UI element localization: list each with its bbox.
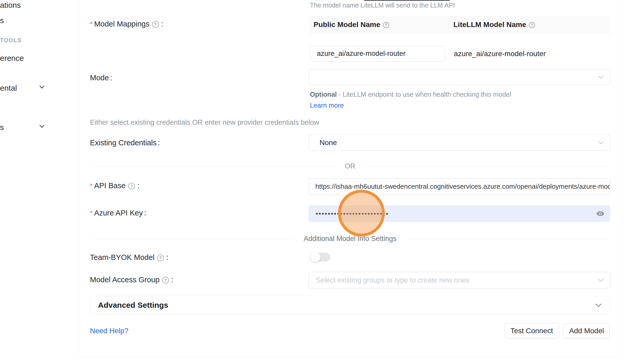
api-base-value: https://ishaa-mh6uutut-swedencentral.cog… <box>315 182 610 191</box>
help-icon[interactable]: ? <box>162 277 169 284</box>
model-name-hint: The model name LiteLLM will send to the … <box>310 2 455 9</box>
sidebar-item[interactable]: ations <box>0 1 21 10</box>
cropped-element-fragment <box>364 0 450 1</box>
advanced-settings-label: Advanced Settings <box>90 301 168 310</box>
team-byok-label: Team-BYOK Model?: <box>90 253 168 262</box>
team-byok-toggle[interactable] <box>311 253 330 261</box>
model-mappings-label: *Model Mappings?: <box>90 20 163 28</box>
chevron-down-icon <box>598 74 603 79</box>
help-icon[interactable]: ? <box>157 254 164 261</box>
existing-credentials-select[interactable]: None <box>308 135 610 151</box>
model-access-group-placeholder: Select existing groups or type to create… <box>316 276 469 284</box>
additional-settings-divider: Additional Model Info Settings <box>90 235 610 243</box>
or-divider: OR <box>90 162 610 170</box>
public-model-name-input[interactable]: azure_ai/azure-model-router <box>310 46 445 62</box>
mode-help-text: Optional - LiteLLM endpoint to use when … <box>310 89 523 111</box>
credentials-note: Either select existing credentials OR en… <box>90 119 319 127</box>
required-asterisk: * <box>90 182 93 190</box>
sidebar-item[interactable]: erence <box>0 54 24 63</box>
required-asterisk: * <box>90 209 93 217</box>
chevron-down-icon <box>598 139 603 144</box>
sidebar-item[interactable]: s <box>0 123 4 132</box>
chevron-down-icon[interactable] <box>39 83 44 89</box>
table-row: azure_ai/azure-model-router azure_ai/azu… <box>309 34 610 74</box>
model-access-group-select[interactable]: Select existing groups or type to create… <box>308 272 610 289</box>
help-icon[interactable]: ? <box>383 22 389 28</box>
help-icon[interactable]: ? <box>152 21 159 28</box>
chevron-down-icon <box>598 277 603 282</box>
api-base-label: *API Base?: <box>90 181 139 190</box>
sidebar-section-label: TOOLS <box>0 37 22 44</box>
test-connect-button[interactable]: Test Connect <box>504 323 559 338</box>
learn-more-link[interactable]: Learn more <box>310 102 344 109</box>
advanced-settings-panel[interactable]: Advanced Settings <box>90 296 610 315</box>
sidebar-item[interactable]: ental <box>0 84 17 93</box>
mode-label: Mode: <box>90 74 112 82</box>
help-icon[interactable]: ? <box>529 22 535 28</box>
eye-icon[interactable] <box>596 210 604 218</box>
azure-api-key-label: *Azure API Key: <box>90 209 146 217</box>
existing-credentials-label: Existing Credentials: <box>90 139 160 147</box>
chevron-down-icon[interactable] <box>39 123 44 128</box>
chevron-down-icon <box>596 301 602 307</box>
masked-api-key-value: •••••••••••••••••••••••• <box>308 210 389 218</box>
model-access-group-label: Model Access Group?: <box>90 276 173 284</box>
existing-credentials-value: None <box>320 139 337 147</box>
litellm-model-name-value: azure_ai/azure-model-router <box>445 50 610 58</box>
azure-api-key-input[interactable]: •••••••••••••••••••••••• <box>308 205 610 222</box>
api-base-input[interactable]: https://ishaa-mh6uutut-swedencentral.cog… <box>308 178 610 195</box>
model-mappings-table: Public Model Name? LiteLLM Model Name? a… <box>309 16 610 74</box>
help-icon[interactable]: ? <box>128 183 135 189</box>
need-help-link[interactable]: Need Help? <box>90 327 128 335</box>
toggle-knob <box>310 252 321 262</box>
column-header-public-model-name: Public Model Name? <box>309 19 449 30</box>
sidebar-item[interactable]: s <box>0 16 4 25</box>
table-header-row: Public Model Name? LiteLLM Model Name? <box>309 16 610 34</box>
column-header-litellm-model-name: LiteLLM Model Name? <box>449 21 610 29</box>
add-model-button[interactable]: Add Model <box>563 323 610 338</box>
required-asterisk: * <box>90 20 93 28</box>
mode-select[interactable] <box>308 69 610 85</box>
